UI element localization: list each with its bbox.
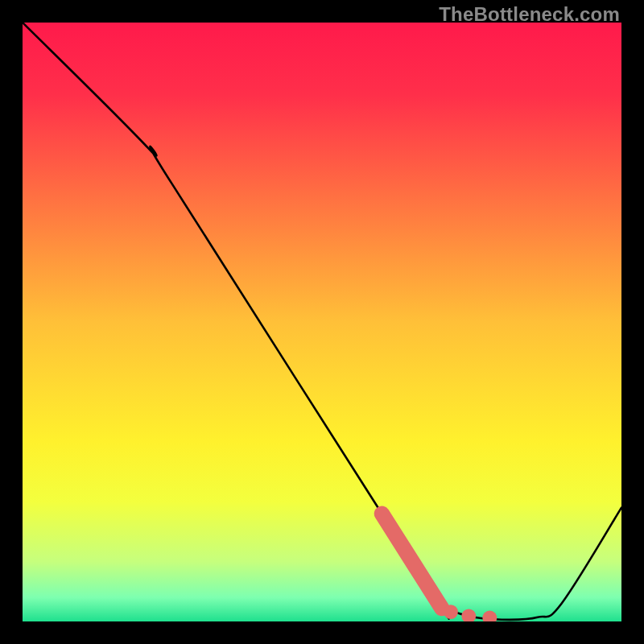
chart-frame: TheBottleneck.com — [0, 0, 644, 644]
chart-svg — [23, 23, 621, 621]
plot-area — [23, 23, 621, 621]
highlight-dot — [444, 605, 458, 619]
